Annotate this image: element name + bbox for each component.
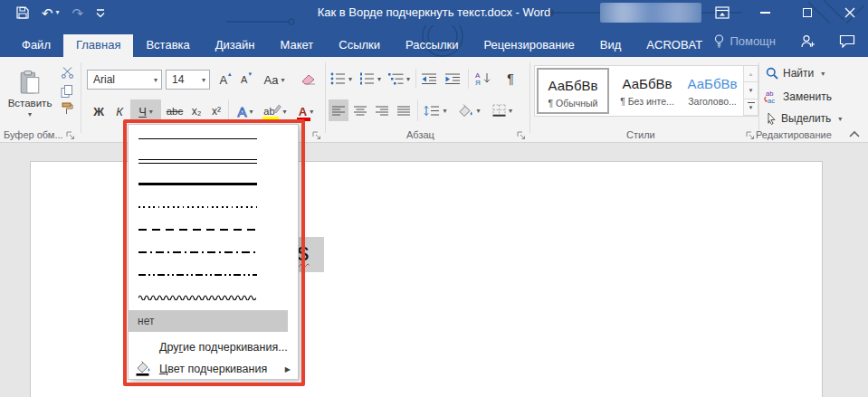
font-name-combobox[interactable]: Arial ▾ — [87, 70, 162, 90]
justify-icon — [397, 106, 410, 116]
font-name-dropdown-arrow[interactable]: ▾ — [154, 76, 157, 84]
style-heading[interactable]: АаБбВв Заголово... — [683, 68, 741, 114]
italic-label: К — [116, 105, 123, 118]
borders-button[interactable]: ▾ — [487, 99, 518, 121]
select-button[interactable]: Выделить ▾ — [766, 112, 842, 125]
change-case-dropdown-arrow[interactable]: ▾ — [281, 76, 285, 84]
customize-qat-button[interactable] — [96, 8, 105, 17]
font-color-dropdown-arrow[interactable]: ▾ — [310, 108, 313, 116]
numbering-dropdown-arrow[interactable]: ▾ — [377, 75, 381, 83]
paste-dropdown-arrow[interactable]: ▾ — [28, 110, 32, 118]
tab-home[interactable]: Главная — [63, 34, 133, 57]
close-icon — [844, 7, 855, 18]
clear-formatting-button[interactable] — [300, 71, 318, 87]
svg-text:Я: Я — [475, 79, 481, 85]
search-icon — [766, 67, 778, 80]
svg-text:ac: ac — [768, 97, 775, 104]
bullets-button[interactable]: ▾ — [328, 69, 355, 89]
justify-button[interactable] — [394, 99, 414, 121]
tell-me-assistant[interactable]: Помощн — [714, 34, 776, 48]
tab-layout[interactable]: Макет — [267, 34, 326, 57]
ribbon-display-options-button[interactable] — [711, 0, 733, 25]
sort-icon: А Я — [475, 71, 492, 85]
styles-scroll-up-button[interactable]: ▴ — [743, 66, 758, 82]
text-effects-dropdown-arrow[interactable]: ▾ — [250, 108, 253, 116]
minimize-button[interactable] — [754, 0, 776, 25]
borders-dropdown-arrow[interactable]: ▾ — [509, 107, 512, 115]
annotation-highlight-box — [123, 119, 305, 386]
tab-file[interactable]: Файл — [9, 34, 63, 57]
tab-mailings[interactable]: Рассылки — [393, 34, 471, 57]
find-button[interactable]: Найти ▾ — [766, 67, 825, 80]
paste-button[interactable]: Вставить ▾ — [5, 61, 54, 127]
highlight-dropdown-arrow[interactable]: ▾ — [283, 108, 287, 116]
undo-dropdown-arrow[interactable]: ▾ — [56, 9, 60, 16]
decrease-indent-button[interactable] — [419, 69, 440, 89]
style-normal[interactable]: АаБбВв ¶ Обычный — [537, 68, 609, 114]
select-dropdown-arrow[interactable]: ▾ — [838, 115, 842, 123]
account-name-blurred[interactable] — [600, 3, 701, 23]
font-size-combobox[interactable]: 14 ▾ — [166, 70, 210, 90]
align-center-icon — [354, 106, 367, 116]
sort-button[interactable]: А Я — [472, 67, 495, 89]
replace-label: Заменить — [783, 90, 832, 103]
collapse-ribbon-button[interactable] — [849, 130, 860, 138]
tab-review[interactable]: Рецензирование — [471, 34, 587, 57]
align-right-button[interactable] — [372, 99, 392, 121]
redo-button-disabled: ↷ — [72, 6, 84, 20]
find-dropdown-arrow[interactable]: ▾ — [821, 70, 825, 78]
tab-references[interactable]: Ссылки — [326, 34, 393, 57]
style-name: ¶ Обычный — [539, 98, 607, 109]
bold-button[interactable]: Ж — [89, 99, 109, 123]
format-painter-button[interactable] — [57, 100, 77, 116]
undo-icon: ↶ — [42, 6, 53, 20]
find-label: Найти — [783, 67, 814, 80]
undo-button[interactable]: ↶ ▾ — [42, 6, 60, 20]
bullets-dropdown-arrow[interactable]: ▾ — [348, 75, 352, 83]
numbering-button[interactable]: ▾ — [357, 69, 384, 89]
share-button[interactable] — [799, 34, 816, 48]
tab-acrobat[interactable]: ACROBAT — [634, 34, 715, 57]
subscript-label: x₂ — [192, 105, 202, 118]
copy-button[interactable] — [57, 83, 77, 99]
font-dialog-launcher[interactable] — [312, 131, 321, 140]
close-button[interactable] — [839, 0, 861, 25]
multilevel-dropdown-arrow[interactable]: ▾ — [406, 75, 410, 83]
align-left-button[interactable] — [329, 99, 348, 121]
show-formatting-marks-button[interactable]: ¶ — [501, 69, 520, 89]
cut-button[interactable] — [57, 65, 77, 80]
shading-dropdown-arrow[interactable]: ▾ — [476, 107, 480, 115]
styles-dialog-launcher[interactable] — [746, 131, 755, 140]
change-case-button[interactable]: Аа ▾ — [261, 70, 288, 90]
maximize-button[interactable] — [796, 0, 818, 25]
grow-font-icon: ▴ — [228, 71, 232, 78]
style-no-spacing[interactable]: АаБбВв ¶ Без инте... — [613, 68, 682, 114]
more-arrow-icon: ▾ — [749, 104, 753, 111]
format-painter-icon — [61, 102, 73, 115]
select-label: Выделить — [781, 112, 831, 125]
tab-view[interactable]: Вид — [587, 34, 634, 57]
tab-insert[interactable]: Вставка — [133, 34, 202, 57]
grow-font-button[interactable]: А ▴ — [215, 70, 234, 90]
cursor-arrow-icon — [766, 112, 777, 125]
line-spacing-button[interactable]: ▾ — [421, 99, 450, 121]
save-button[interactable] — [16, 6, 29, 19]
paragraph-dialog-launcher[interactable] — [517, 131, 526, 140]
shrink-font-button[interactable]: А ▾ — [236, 70, 255, 90]
tab-design[interactable]: Дизайн — [203, 34, 268, 57]
font-name-value: Arial — [93, 73, 115, 86]
styles-scroll-down-button[interactable]: ▾ — [743, 82, 758, 99]
comments-button[interactable] — [839, 34, 855, 48]
clipboard-dialog-launcher[interactable] — [66, 131, 75, 140]
shading-button[interactable]: ▾ — [453, 99, 484, 121]
underline-label: Ч — [138, 105, 147, 118]
font-size-dropdown-arrow[interactable]: ▾ — [202, 76, 205, 84]
increase-indent-button[interactable] — [443, 69, 463, 89]
styles-more-button[interactable]: ▾ — [743, 99, 758, 116]
multilevel-list-button[interactable]: ▾ — [386, 69, 413, 89]
underline-dropdown-arrow[interactable]: ▾ — [149, 108, 153, 116]
word-window: ↶ ▾ ↷ Как в Ворде подчеркнуть текст.docx… — [0, 0, 868, 397]
align-center-button[interactable] — [350, 99, 370, 121]
line-spacing-dropdown-arrow[interactable]: ▾ — [443, 107, 446, 115]
replace-button[interactable]: ab ac Заменить — [763, 90, 832, 103]
